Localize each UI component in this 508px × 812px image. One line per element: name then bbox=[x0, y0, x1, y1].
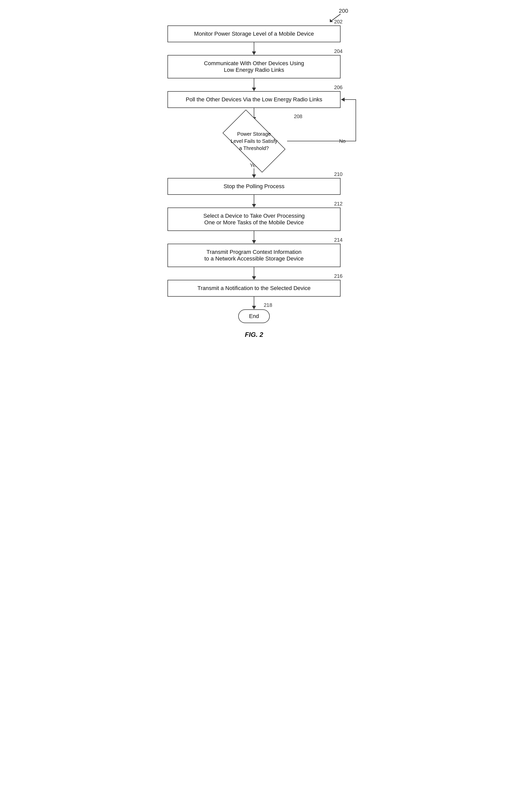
step-210-label: 210 bbox=[334, 171, 343, 177]
step-208-text: Power Storage Level Fails to Satisfy a T… bbox=[230, 130, 277, 152]
diagram-container: 200 202 Monitor Power Storage Level of a… bbox=[144, 0, 364, 354]
arrow-202-204 bbox=[252, 42, 256, 55]
step-210-wrapper: 210 Stop the Polling Process bbox=[167, 178, 341, 195]
step-210-box: 210 Stop the Polling Process bbox=[167, 178, 341, 195]
arrow-204-206 bbox=[252, 78, 256, 91]
step-210-text: Stop the Polling Process bbox=[223, 183, 285, 190]
step-214-text: Transmit Program Context Information to … bbox=[204, 249, 304, 262]
step-212-wrapper: 212 Select a Device to Take Over Process… bbox=[167, 207, 341, 231]
step-202-wrapper: 202 Monitor Power Storage Level of a Mob… bbox=[167, 26, 341, 42]
step-212-text: Select a Device to Take Over Processing … bbox=[203, 213, 305, 226]
step-214-box: 214 Transmit Program Context Information… bbox=[167, 244, 341, 267]
decision-208-region: Power Storage Level Fails to Satisfy a T… bbox=[155, 121, 353, 161]
step-216-text: Transmit a Notification to the Selected … bbox=[198, 285, 310, 291]
step-204-wrapper: 204 Communicate With Other Devices Using… bbox=[167, 55, 341, 78]
step-212-box: 212 Select a Device to Take Over Process… bbox=[167, 207, 341, 231]
step-204-label: 204 bbox=[334, 48, 343, 54]
step-214-label: 214 bbox=[334, 237, 343, 243]
step-206-wrapper: 206 Poll the Other Devices Via the Low E… bbox=[155, 91, 353, 108]
step-208-label: 208 bbox=[294, 114, 302, 119]
flowchart: 202 Monitor Power Storage Level of a Mob… bbox=[160, 10, 348, 339]
step-206-region: 206 Poll the Other Devices Via the Low E… bbox=[155, 91, 353, 108]
arrow-216-218 bbox=[252, 297, 256, 309]
step-204-text: Communicate With Other Devices Using Low… bbox=[204, 60, 304, 73]
step-206-box: 206 Poll the Other Devices Via the Low E… bbox=[167, 91, 341, 108]
step-208-diamond-wrapper: Power Storage Level Fails to Satisfy a T… bbox=[221, 121, 287, 161]
step-202-text: Monitor Power Storage Level of a Mobile … bbox=[194, 31, 314, 37]
step-214-wrapper: 214 Transmit Program Context Information… bbox=[167, 244, 341, 267]
arrow-210-212 bbox=[252, 195, 256, 207]
step-216-box: 216 Transmit a Notification to the Selec… bbox=[167, 280, 341, 297]
arrow-yes-210 bbox=[252, 168, 256, 178]
arrow-214-216 bbox=[252, 267, 256, 280]
step-202-label: 202 bbox=[334, 19, 343, 25]
step-218-text: End bbox=[249, 313, 259, 319]
step-202-box: 202 Monitor Power Storage Level of a Mob… bbox=[167, 26, 341, 42]
step-218-terminal: End bbox=[238, 309, 269, 323]
step-216-wrapper: 216 Transmit a Notification to the Selec… bbox=[167, 280, 341, 297]
step-206-text: Poll the Other Devices Via the Low Energ… bbox=[186, 96, 322, 103]
step-212-label: 212 bbox=[334, 201, 343, 207]
no-label: No bbox=[339, 138, 346, 144]
step-218-label: 218 bbox=[264, 302, 272, 308]
step-218-wrapper: 218 End bbox=[238, 309, 269, 323]
arrow-212-214 bbox=[252, 231, 256, 244]
step-204-box: 204 Communicate With Other Devices Using… bbox=[167, 55, 341, 78]
fig-caption: FIG. 2 bbox=[245, 331, 263, 339]
step-216-label: 216 bbox=[334, 273, 343, 279]
step-206-label: 206 bbox=[334, 85, 343, 90]
